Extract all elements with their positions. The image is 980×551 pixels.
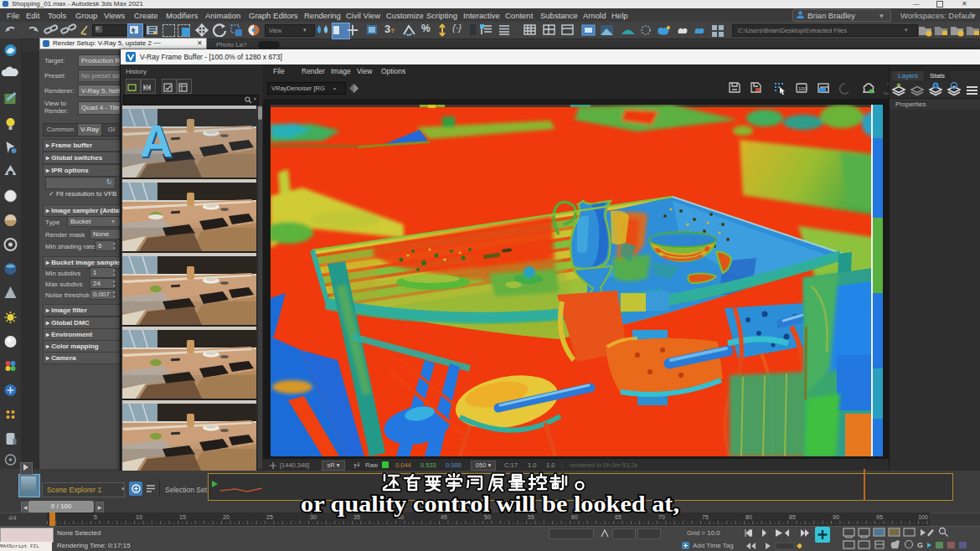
svg-text:10: 10 <box>136 514 142 520</box>
svg-text:85: 85 <box>789 514 796 520</box>
svg-text:G: G <box>917 541 923 549</box>
svg-text:5: 5 <box>94 514 97 520</box>
svg-text:100: 100 <box>918 514 928 520</box>
svg-text:80: 80 <box>745 514 752 520</box>
svg-text:95: 95 <box>876 514 883 520</box>
svg-text:20: 20 <box>223 514 230 520</box>
svg-text:15: 15 <box>179 514 186 520</box>
svg-text:100: 100 <box>798 86 807 91</box>
svg-text:25: 25 <box>266 514 273 520</box>
svg-text:75: 75 <box>702 514 709 520</box>
svg-text:90: 90 <box>833 514 839 520</box>
